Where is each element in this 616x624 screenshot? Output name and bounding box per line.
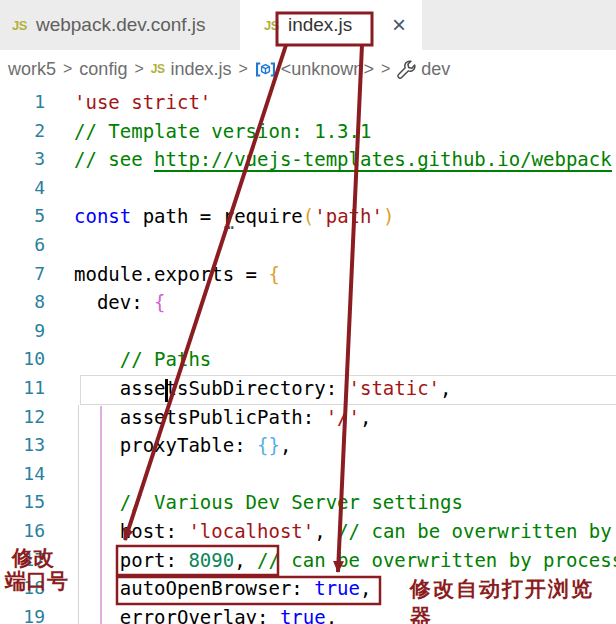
code-token: module.exports = [74,263,268,285]
chevron-separator: > [63,60,72,78]
breadcrumb-label: dev [421,59,450,80]
code-text [45,174,74,203]
tab-label: index.js [288,14,352,36]
code-text: module.exports = { [45,260,280,289]
code-line[interactable]: 10 // Paths [0,345,616,374]
code-token: // Paths [74,348,211,370]
code-token: // can be overwritten by process.env.POR… [257,549,616,571]
js-file-icon: JS [12,18,27,33]
code-text [45,460,74,489]
line-number[interactable]: 2 [0,117,45,146]
code-token: true [314,577,360,599]
code-line[interactable]: 8 dev: { [0,288,616,317]
code-line[interactable]: 9 [0,317,616,346]
code-line[interactable]: 5const path = require('path') [0,202,616,231]
code-token: ( [303,205,314,227]
code-line[interactable]: 7module.exports = { [0,260,616,289]
code-line[interactable]: 13 proxyTable: {}, [0,431,616,460]
breadcrumb-item-indexjs[interactable]: JS index.js [151,59,232,80]
code-token: , [440,377,451,399]
line-number[interactable]: 19 [0,603,45,624]
annotation-label-browser: 修改自动打开浏览器 [410,575,616,624]
line-number[interactable]: 12 [0,403,45,432]
breadcrumb-item-work5[interactable]: work5 [8,59,56,80]
line-number[interactable]: 7 [0,260,45,289]
code-line[interactable]: 11 assetsSubDirectory: 'static', [0,374,616,403]
vscode-window: JS webpack.dev.conf.js JS index.js × wor… [0,0,616,624]
code-token: , [314,520,337,542]
comment-link[interactable]: http://vuejs-templates.github.io/webpack [154,148,612,172]
line-number[interactable]: 11 [0,374,45,403]
code-token: true [280,606,326,624]
code-line[interactable]: 16 host: 'localhost', // can be overwrit… [0,517,616,546]
code-line[interactable]: 15 // Various Dev Server settings [0,488,616,517]
line-number[interactable]: 1 [0,88,45,117]
code-line[interactable]: 4 [0,174,616,203]
code-token: errorOverlay: [74,606,280,624]
code-line[interactable]: 14 [0,460,616,489]
code-text: host: 'localhost', // can be overwritten… [45,517,616,546]
breadcrumb: work5 > config > JS index.js > <unknown>… [0,50,616,88]
code-text: // see http://vuejs-templates.github.io/… [45,145,612,174]
line-number[interactable]: 14 [0,460,45,489]
line-number[interactable]: 15 [0,488,45,517]
code-editor[interactable]: 1'use strict'2// Template version: 1.3.1… [0,88,616,624]
line-number[interactable]: 4 [0,174,45,203]
line-number[interactable]: 16 [0,517,45,546]
code-token: // Various Dev Server settings [74,491,463,513]
code-text: autoOpenBrowser: true, [45,574,371,603]
line-number[interactable]: 10 [0,345,45,374]
namespace-icon [255,60,276,79]
line-number[interactable]: 3 [0,145,45,174]
code-token: const [74,205,131,227]
close-icon[interactable]: × [392,13,406,37]
code-token: { [268,263,279,285]
breadcrumb-item-dev[interactable]: dev [397,59,450,80]
code-token: 'path' [314,205,383,227]
code-token: 8090 [188,549,234,571]
line-number[interactable]: 5 [0,202,45,231]
code-text: assetsPublicPath: '/', [45,403,371,432]
code-token: { [154,291,165,313]
code-line[interactable]: 3// see http://vuejs-templates.github.io… [0,145,616,174]
code-line[interactable]: 1'use strict' [0,88,616,117]
code-token: '/' [326,406,360,428]
code-token: dev: [74,291,154,313]
breadcrumb-item-config[interactable]: config [79,59,127,80]
breadcrumb-item-unknown[interactable]: <unknown> [255,59,374,80]
tab-index-js[interactable]: JS index.js × [240,0,422,50]
code-text: // Various Dev Server settings [45,488,463,517]
wrench-icon [397,60,416,79]
code-line[interactable]: 17 port: 8090, // can be overwritten by … [0,546,616,575]
code-token: , [234,549,257,571]
code-text: errorOverlay: true, [45,603,337,624]
chevron-separator: > [134,60,143,78]
code-token: , [360,577,371,599]
line-number[interactable]: 6 [0,231,45,260]
code-token: 'localhost' [188,520,314,542]
tab-bar: JS webpack.dev.conf.js JS index.js × [0,0,616,50]
code-text [45,317,74,346]
code-token: , [360,406,371,428]
line-number[interactable]: 13 [0,431,45,460]
code-token: {} [257,434,280,456]
chevron-separator: > [381,60,390,78]
code-token: // Template version: 1.3.1 [74,120,371,142]
code-token: host: [74,520,188,542]
code-token: ) [383,205,394,227]
code-line[interactable]: 6 [0,231,616,260]
tab-label: webpack.dev.conf.js [36,14,206,36]
line-number[interactable]: 9 [0,317,45,346]
code-token: , [280,434,291,456]
js-file-icon: JS [151,62,165,76]
chevron-separator: > [238,60,247,78]
code-text: proxyTable: {}, [45,431,291,460]
code-token: autoOpenBrowser: [74,577,314,599]
line-number[interactable]: 8 [0,288,45,317]
tab-webpack-dev-conf[interactable]: JS webpack.dev.conf.js [0,0,240,50]
code-text: dev: { [45,288,166,317]
code-line[interactable]: 12 assetsPublicPath: '/', [0,403,616,432]
js-file-icon: JS [264,18,279,33]
code-lines: 1'use strict'2// Template version: 1.3.1… [0,88,616,624]
code-line[interactable]: 2// Template version: 1.3.1 [0,117,616,146]
